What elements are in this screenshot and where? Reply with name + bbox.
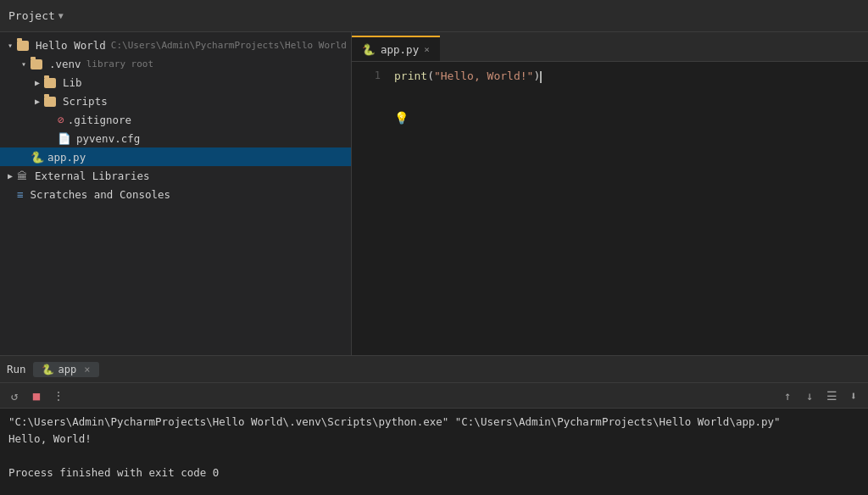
run-tab-app[interactable]: 🐍 app × <box>33 362 99 377</box>
lightbulb-icon[interactable]: 💡 <box>394 111 409 125</box>
scratches-icon: ≡ <box>17 188 24 201</box>
tab-label: app.py <box>381 43 419 56</box>
string-literal: "Hello, World!" <box>434 70 533 82</box>
run-tab-close[interactable]: × <box>84 364 90 375</box>
more-button[interactable]: ⋮ <box>51 388 66 403</box>
stop-button[interactable]: ■ <box>29 388 44 403</box>
text-cursor <box>540 71 542 83</box>
editor-area: 🐍 app.py × 1 print("Hello, World!") 💡 <box>352 32 868 355</box>
item-label: .venv <box>49 58 81 70</box>
arrow-icon: ▾ <box>17 59 31 69</box>
editor-content[interactable]: 1 print("Hello, World!") 💡 <box>352 62 868 355</box>
run-label: Run <box>7 363 26 375</box>
open-paren: ( <box>427 70 434 82</box>
output-line-blank <box>8 448 860 464</box>
run-tab-bar: Run 🐍 app × <box>0 356 868 383</box>
output-line-hello: Hello, World! <box>8 431 860 448</box>
file-tree: ▾ Hello World C:\Users\Admin\PycharmProj… <box>0 32 351 355</box>
rerun-button[interactable]: ↺ <box>7 388 22 403</box>
external-libraries-icon: 🏛 <box>17 170 28 182</box>
file-icon: 📄 <box>58 132 71 145</box>
folder-icon <box>44 95 56 108</box>
sidebar-item-pyvenv[interactable]: 📄 pyvenv.cfg <box>0 129 351 147</box>
item-label: pyvenv.cfg <box>76 132 140 145</box>
arrow-icon: ▾ <box>3 41 17 50</box>
item-label: Hello World <box>36 39 106 52</box>
arrow-icon: ▶ <box>31 78 44 87</box>
tab-python-icon: 🐍 <box>362 43 376 56</box>
run-toolbar: ↺ ■ ⋮ ↑ ↓ ☰ ⬇ <box>0 383 868 409</box>
item-label: Lib <box>63 76 82 89</box>
path-hint: C:\Users\Admin\PycharmProjects\Hello Wor… <box>111 40 347 51</box>
close-paren: ) <box>533 70 540 82</box>
output-line-cmd: "C:\Users\Admin\PycharmProjects\Hello Wo… <box>8 414 860 431</box>
sidebar-item-lib[interactable]: ▶ Lib <box>0 73 351 92</box>
arrow-icon: ▶ <box>3 171 17 181</box>
line-number-1: 1 <box>352 69 394 81</box>
project-menu[interactable]: Project ▼ <box>8 9 64 22</box>
item-label: .gitignore <box>68 114 131 126</box>
sidebar: ▾ Hello World C:\Users\Admin\PycharmProj… <box>0 32 352 355</box>
keyword-print: print <box>394 70 427 82</box>
output-line-exit: Process finished with exit code 0 <box>8 464 860 481</box>
pin-button[interactable]: ⬇ <box>846 388 861 403</box>
folder-icon <box>44 76 56 89</box>
sidebar-item-gitignore[interactable]: ⊘ .gitignore <box>0 110 351 129</box>
run-panel: Run 🐍 app × ↺ ■ ⋮ ↑ ↓ ☰ ⬇ "C:\Users\Admi… <box>0 355 868 495</box>
item-label: app.py <box>47 151 86 164</box>
editor-tab-bar: 🐍 app.py × <box>352 32 868 62</box>
item-label: Scratches and Consoles <box>31 188 171 201</box>
sidebar-item-venv[interactable]: ▾ .venv library root <box>0 54 351 73</box>
main-area: ▾ Hello World C:\Users\Admin\PycharmProj… <box>0 32 868 355</box>
sidebar-item-app-py[interactable]: 🐍 app.py <box>0 147 351 166</box>
python-icon: 🐍 <box>31 152 44 163</box>
folder-icon <box>17 39 29 52</box>
item-label: Scripts <box>63 95 108 108</box>
project-label: Project <box>8 9 55 22</box>
scroll-down-button[interactable]: ↓ <box>802 388 817 403</box>
sidebar-item-external-libraries[interactable]: ▶ 🏛 External Libraries <box>0 166 351 185</box>
run-tab-label: app <box>58 364 77 375</box>
folder-icon <box>31 58 42 70</box>
code-line-1: 1 print("Hello, World!") <box>352 69 868 86</box>
tab-close-button[interactable]: × <box>424 44 430 55</box>
no-entry-icon: ⊘ <box>58 114 64 126</box>
run-tab-python-icon: 🐍 <box>42 364 54 375</box>
library-root-hint: library root <box>86 58 153 70</box>
run-output: "C:\Users\Admin\PycharmProjects\Hello Wo… <box>0 409 868 495</box>
sidebar-item-hello-world[interactable]: ▾ Hello World C:\Users\Admin\PycharmProj… <box>0 36 351 54</box>
code-content-1: print("Hello, World!") <box>394 69 868 83</box>
sidebar-item-scratches[interactable]: ≡ Scratches and Consoles <box>0 185 351 203</box>
soft-wrap-button[interactable]: ☰ <box>824 388 839 403</box>
item-label: External Libraries <box>35 170 149 182</box>
chevron-down-icon: ▼ <box>58 11 64 20</box>
arrow-icon: ▶ <box>31 97 44 106</box>
editor-tab-app-py[interactable]: 🐍 app.py × <box>352 36 440 61</box>
sidebar-item-scripts[interactable]: ▶ Scripts <box>0 92 351 110</box>
top-bar: Project ▼ <box>0 0 868 32</box>
scroll-up-button[interactable]: ↑ <box>780 388 795 403</box>
lightbulb-row: 💡 <box>352 86 868 103</box>
